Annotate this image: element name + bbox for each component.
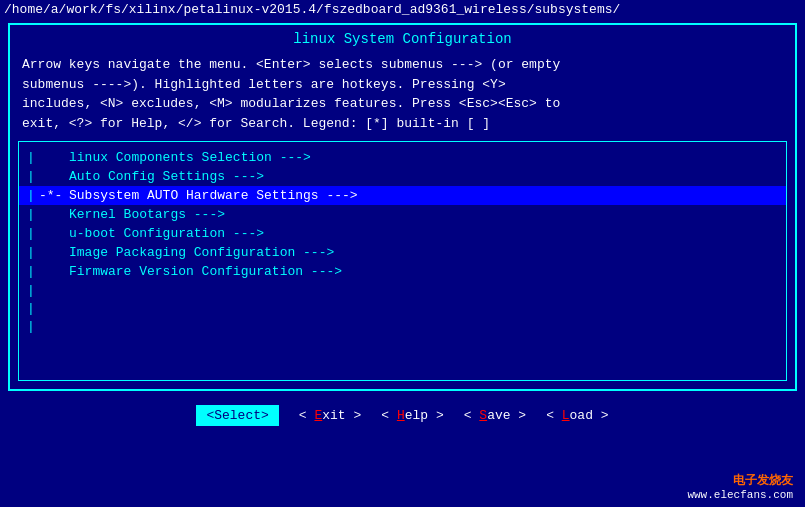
select-button[interactable]: <Select>: [196, 405, 278, 426]
path-bar: /home/a/work/fs/xilinx/petalinux-v2015.4…: [0, 0, 805, 19]
watermark: 电子发烧友 www.elecfans.com: [683, 470, 797, 503]
help-line-1: Arrow keys navigate the menu. <Enter> se…: [22, 57, 560, 72]
load-button[interactable]: < Load >: [546, 408, 608, 423]
menu-item-label: Auto Config Settings --->: [69, 169, 264, 184]
dialog-help: Arrow keys navigate the menu. <Enter> se…: [10, 51, 795, 141]
exit-button[interactable]: < Exit >: [299, 408, 361, 423]
menu-item-label: Kernel Bootargs --->: [69, 207, 225, 222]
menu-pipe: |: [19, 226, 39, 241]
menu-item-2[interactable]: |-*-Subsystem AUTO Hardware Settings ---…: [19, 186, 786, 205]
menu-pipe: |: [19, 169, 39, 184]
menu-item-label: Firmware Version Configuration --->: [69, 264, 342, 279]
menu-pipe: |: [19, 245, 39, 260]
menu-item-label: Subsystem AUTO Hardware Settings --->: [69, 188, 358, 203]
menu-item-label: u-boot Configuration --->: [69, 226, 264, 241]
save-button[interactable]: < Save >: [464, 408, 526, 423]
menu-item-label: linux Components Selection --->: [69, 150, 311, 165]
menu-item-0[interactable]: | linux Components Selection --->: [19, 148, 786, 167]
watermark-logo: 电子发烧友: [687, 472, 793, 489]
menu-pipe: |: [19, 150, 39, 165]
menu-pipe: |: [19, 264, 39, 279]
menu-empty-row: |: [19, 281, 786, 299]
help-line-2: submenus ---->). Highlighted letters are…: [22, 77, 506, 92]
menu-pipe: |: [19, 188, 39, 203]
menu-item-1[interactable]: | Auto Config Settings --->: [19, 167, 786, 186]
menu-item-label: Image Packaging Configuration --->: [69, 245, 334, 260]
menu-item-4[interactable]: | u-boot Configuration --->: [19, 224, 786, 243]
menu-selector: -*-: [39, 188, 69, 203]
menu-item-3[interactable]: | Kernel Bootargs --->: [19, 205, 786, 224]
help-line-4: exit, <?> for Help, </> for Search. Lege…: [22, 116, 490, 131]
menu-item-5[interactable]: | Image Packaging Configuration --->: [19, 243, 786, 262]
menu-pipe: |: [19, 207, 39, 222]
menu-empty-row: |: [19, 299, 786, 317]
button-bar: <Select> < Exit > < Help > < Save > < Lo…: [0, 395, 805, 434]
menu-empty-row: |: [19, 317, 786, 335]
dialog: linux System Configuration Arrow keys na…: [8, 23, 797, 391]
watermark-url: www.elecfans.com: [687, 489, 793, 501]
path-text: /home/a/work/fs/xilinx/petalinux-v2015.4…: [4, 2, 620, 17]
dialog-title: linux System Configuration: [10, 25, 795, 51]
main-container: linux System Configuration Arrow keys na…: [8, 23, 797, 391]
menu-area: | linux Components Selection --->| Auto …: [18, 141, 787, 381]
help-button[interactable]: < Help >: [381, 408, 443, 423]
menu-item-6[interactable]: | Firmware Version Configuration --->: [19, 262, 786, 281]
help-line-3: includes, <N> excludes, <M> modularizes …: [22, 96, 560, 111]
